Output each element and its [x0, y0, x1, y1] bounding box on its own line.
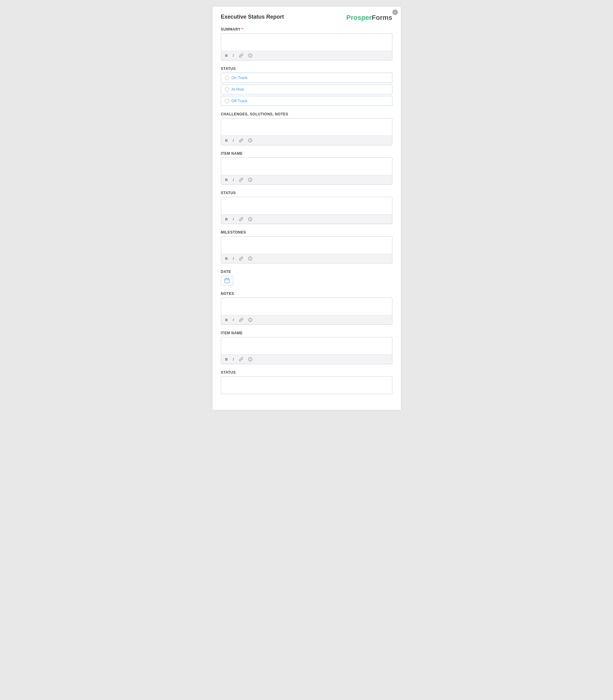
status2-italic-button[interactable]: I — [232, 216, 235, 222]
svg-point-19 — [248, 318, 252, 322]
challenges-toolbar: B I — [221, 136, 392, 145]
item1-link-button[interactable] — [238, 177, 244, 182]
status2-rich-wrapper: B I — [221, 197, 392, 224]
item2-bold-button[interactable]: B — [224, 356, 229, 362]
status2-emoji-button[interactable] — [247, 216, 253, 222]
radio-label-at-risk: At Risk — [232, 87, 244, 92]
item2-emoji-button[interactable] — [247, 357, 253, 362]
milestones-section: MILESTONES B I — [221, 230, 392, 264]
status3-section: STATUS — [221, 370, 392, 394]
radio-circle-off-track — [225, 99, 229, 103]
svg-point-3 — [248, 139, 252, 142]
status3-rich-wrapper — [221, 377, 392, 394]
item-name-2-toolbar: B I — [221, 354, 392, 364]
item-name-1-label: ITEM NAME — [221, 151, 392, 156]
status3-textarea[interactable] — [221, 377, 392, 393]
summary-bold-button[interactable]: B — [224, 52, 229, 59]
challenges-bold-button[interactable]: B — [224, 137, 229, 143]
date-picker-button[interactable] — [221, 276, 233, 285]
item-name-2-rich-wrapper: B I — [221, 337, 392, 364]
status1-section: STATUS On Track At Risk Off Track — [221, 66, 392, 106]
challenges-emoji-button[interactable] — [247, 138, 253, 143]
milestones-textarea[interactable] — [221, 237, 392, 253]
radio-off-track[interactable]: Off Track — [221, 96, 392, 106]
status2-toolbar: B I — [221, 214, 392, 224]
challenges-italic-button[interactable]: I — [232, 137, 235, 143]
svg-point-6 — [248, 178, 252, 182]
radio-on-track[interactable]: On Track — [221, 73, 392, 83]
radio-label-off-track: Off Track — [232, 99, 248, 103]
summary-italic-button[interactable]: I — [232, 52, 235, 59]
challenges-textarea[interactable] — [221, 118, 392, 134]
summary-rich-wrapper: B I — [221, 33, 392, 61]
challenges-link-button[interactable] — [238, 138, 244, 143]
brand-forms: Forms — [371, 14, 392, 22]
date-section: DATE — [221, 269, 392, 285]
item-name-1-section: ITEM NAME B I — [221, 151, 392, 185]
item-name-1-rich-wrapper: B I — [221, 157, 392, 185]
brand-logo: Prosper Forms — [346, 14, 392, 22]
item1-bold-button[interactable]: B — [224, 177, 229, 183]
date-label: DATE — [221, 269, 392, 274]
milestones-bold-button[interactable]: B — [224, 255, 229, 262]
status2-textarea[interactable] — [221, 197, 392, 213]
notes-toolbar: B I — [221, 315, 392, 324]
milestones-link-button[interactable] — [238, 256, 244, 261]
calendar-icon — [224, 278, 230, 284]
radio-label-on-track: On Track — [232, 75, 248, 80]
summary-emoji-button[interactable] — [247, 53, 253, 58]
svg-point-9 — [248, 217, 252, 221]
status1-label: STATUS — [221, 66, 392, 71]
notes-link-button[interactable] — [238, 317, 244, 323]
item2-italic-button[interactable]: I — [232, 356, 235, 362]
item-name-1-textarea[interactable] — [221, 158, 392, 174]
svg-rect-15 — [225, 278, 229, 283]
form-header: Executive Status Report Prosper Forms — [221, 14, 392, 22]
form-title: Executive Status Report — [221, 14, 284, 20]
item2-link-button[interactable] — [238, 357, 244, 362]
notes-emoji-button[interactable] — [247, 317, 253, 323]
challenges-label: CHALLENGES, SOLUTIONS, NOTES — [221, 112, 392, 116]
summary-link-button[interactable] — [238, 53, 244, 58]
notes-label: NOTES — [221, 292, 392, 296]
radio-circle-on-track — [225, 76, 229, 80]
item-name-1-toolbar: B I — [221, 175, 392, 184]
summary-toolbar: B I — [221, 51, 392, 60]
challenges-rich-wrapper: B I — [221, 118, 392, 145]
brand-prosper: Prosper — [346, 14, 371, 22]
svg-point-12 — [248, 257, 252, 260]
challenges-section: CHALLENGES, SOLUTIONS, NOTES B I — [221, 112, 392, 145]
svg-point-0 — [248, 54, 252, 58]
summary-label: SUMMARY* — [221, 27, 392, 31]
status2-link-button[interactable] — [238, 216, 244, 222]
radio-circle-at-risk — [225, 87, 229, 92]
milestones-rich-wrapper: B I — [221, 236, 392, 264]
milestones-italic-button[interactable]: I — [232, 255, 235, 262]
item1-italic-button[interactable]: I — [232, 177, 235, 183]
status2-label: STATUS — [221, 191, 392, 195]
status2-bold-button[interactable]: B — [224, 216, 229, 222]
summary-section: SUMMARY* B I — [221, 27, 392, 61]
close-button[interactable]: × — [392, 10, 398, 15]
notes-bold-button[interactable]: B — [224, 317, 229, 323]
notes-textarea[interactable] — [221, 298, 392, 314]
status3-label: STATUS — [221, 370, 392, 374]
form-container: Executive Status Report Prosper Forms × … — [212, 6, 401, 410]
svg-point-22 — [248, 357, 252, 361]
milestones-emoji-button[interactable] — [247, 256, 253, 261]
item-name-2-section: ITEM NAME B I — [221, 331, 392, 364]
radio-at-risk[interactable]: At Risk — [221, 84, 392, 94]
notes-italic-button[interactable]: I — [232, 317, 235, 323]
summary-textarea[interactable] — [221, 34, 392, 49]
milestones-label: MILESTONES — [221, 230, 392, 234]
required-indicator: * — [242, 27, 243, 31]
notes-rich-wrapper: B I — [221, 298, 392, 325]
status2-section: STATUS B I — [221, 191, 392, 224]
item1-emoji-button[interactable] — [247, 177, 253, 182]
milestones-toolbar: B I — [221, 254, 392, 263]
notes-section: NOTES B I — [221, 292, 392, 325]
item-name-2-textarea[interactable] — [221, 337, 392, 353]
item-name-2-label: ITEM NAME — [221, 331, 392, 335]
